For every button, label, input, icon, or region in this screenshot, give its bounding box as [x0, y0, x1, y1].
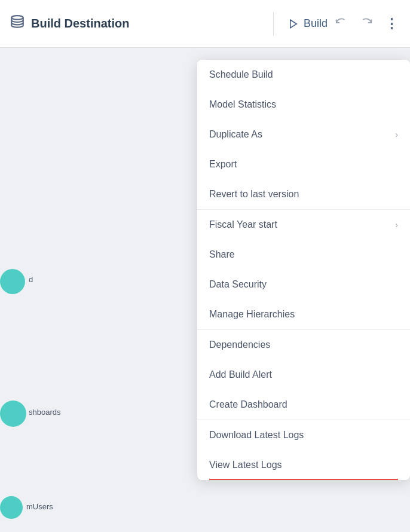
menu-label-manage-hierarchies: Manage Hierarchies: [209, 309, 295, 320]
svg-point-0: [11, 16, 23, 20]
menu-item-revert[interactable]: Revert to last version: [197, 179, 410, 209]
header-left: Build Destination: [10, 14, 264, 33]
node-bubble-1: [0, 269, 25, 294]
menu-item-dependencies[interactable]: Dependencies: [197, 330, 410, 360]
node-label-1: d: [29, 275, 33, 284]
menu-item-add-build-alert[interactable]: Add Build Alert: [197, 360, 410, 390]
page-title: Build Destination: [31, 17, 129, 30]
node-bubble-3: [0, 496, 23, 519]
redo-icon[interactable]: [357, 13, 375, 34]
menu-label-share: Share: [209, 249, 235, 260]
menu-label-data-security: Data Security: [209, 279, 267, 290]
node-label-2: shboards: [29, 408, 60, 417]
menu-label-revert: Revert to last version: [209, 189, 299, 200]
menu-label-model-statistics: Model Statistics: [209, 99, 276, 110]
header-divider: [273, 12, 274, 36]
menu-label-schedule-build: Schedule Build: [209, 69, 273, 80]
node-bubble-2: [0, 400, 26, 427]
build-label: Build: [304, 17, 328, 30]
menu-item-model-statistics[interactable]: Model Statistics: [197, 90, 410, 120]
canvas-area: d shboards mUsers: [0, 48, 197, 532]
menu-item-fiscal-year[interactable]: Fiscal Year start›: [197, 210, 410, 240]
menu-item-manage-hierarchies[interactable]: Manage Hierarchies: [197, 299, 410, 329]
svg-marker-1: [290, 20, 297, 28]
chevron-icon-duplicate-as: ›: [395, 130, 398, 139]
menu-item-data-security[interactable]: Data Security: [197, 270, 410, 299]
header: Build Destination Build ⋮: [0, 0, 410, 48]
menu-label-add-build-alert: Add Build Alert: [209, 369, 272, 380]
undo-icon[interactable]: [332, 13, 350, 34]
menu-item-export[interactable]: Export: [197, 149, 410, 179]
chevron-icon-fiscal-year: ›: [395, 220, 398, 230]
menu-label-duplicate-as: Duplicate As: [209, 129, 262, 140]
menu-item-view-logs[interactable]: View Latest Logs: [197, 450, 410, 480]
more-options-icon[interactable]: ⋮: [383, 14, 400, 34]
database-icon: [10, 14, 25, 33]
menu-label-export: Export: [209, 159, 237, 170]
header-actions: ⋮: [332, 13, 400, 34]
menu-label-view-logs: View Latest Logs: [209, 460, 282, 470]
build-button[interactable]: Build: [283, 15, 332, 32]
menu-label-dependencies: Dependencies: [209, 340, 270, 350]
menu-item-download-logs[interactable]: Download Latest Logs: [197, 420, 410, 450]
node-label-3: mUsers: [26, 502, 53, 511]
menu-item-schedule-build[interactable]: Schedule Build: [197, 60, 410, 90]
menu-label-download-logs: Download Latest Logs: [209, 430, 304, 441]
menu-label-create-dashboard: Create Dashboard: [209, 399, 287, 410]
menu-item-duplicate-as[interactable]: Duplicate As›: [197, 120, 410, 149]
menu-item-share[interactable]: Share: [197, 240, 410, 270]
context-menu: Schedule BuildModel StatisticsDuplicate …: [197, 60, 410, 480]
menu-item-create-dashboard[interactable]: Create Dashboard: [197, 390, 410, 420]
menu-label-fiscal-year: Fiscal Year start: [209, 219, 277, 230]
